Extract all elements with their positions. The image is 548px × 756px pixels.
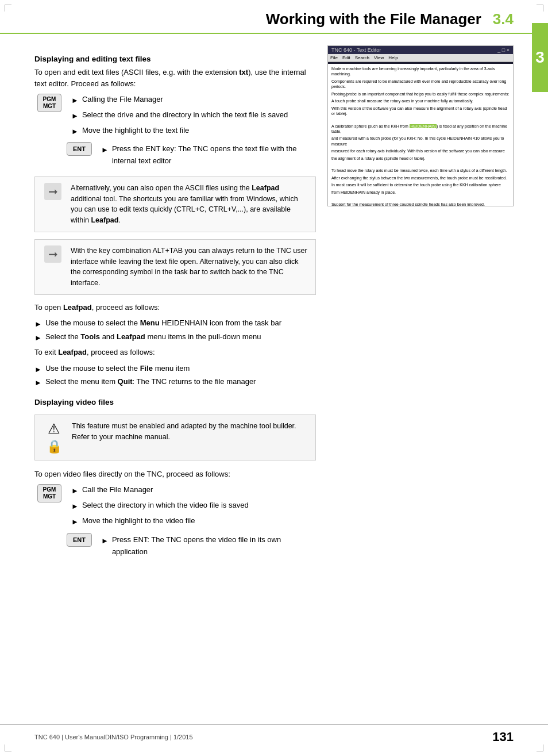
bullet-item: ► Select the Tools and Leafpad menu item… (34, 331, 316, 344)
arrow-icon-2: ➞ (44, 245, 61, 263)
bullet-text: Select the menu item Quit: The TNC retur… (45, 376, 256, 389)
section-heading-displaying-editing: Displaying and editing text files (34, 55, 316, 63)
note-icon-1: ➞ (42, 183, 64, 200)
page-title: Working with the File Manager (266, 10, 481, 28)
warn-line-2: Refer to your machine manual. (72, 432, 296, 443)
video-steps-list-ent: ► Press ENT: The TNC opens the video fil… (101, 533, 316, 561)
video-step-item: ► Select the directory in which the vide… (71, 500, 249, 513)
step-arrow: ► (71, 501, 79, 513)
screenshot-controls: _ □ × (497, 47, 510, 53)
pgm-label: PGM (41, 96, 57, 103)
corner-mark-tr (537, 5, 543, 11)
video-step-text: Call the File Manager (82, 484, 153, 497)
warn-text-content: This feature must be enabled and adapted… (72, 421, 296, 443)
mgt-label: MGT (41, 103, 57, 110)
step-text: Select the drive and the directory in wh… (82, 109, 288, 122)
bullet-arrow: ► (34, 377, 42, 389)
chapter-number: 3 (535, 48, 545, 67)
section-number: 3.4 (493, 10, 514, 28)
video-intro-para: To open video files directly on the TNC,… (34, 469, 316, 480)
right-column: TNC 640 - Text Editor _ □ × File Edit Se… (327, 45, 514, 566)
ent-button-video[interactable]: ENT (67, 533, 92, 547)
bullet-arrow: ► (34, 364, 42, 375)
note-box-alttab: ➞ With the key combination ALT+TAB you c… (34, 239, 316, 295)
note-text-alttab: With the key combination ALT+TAB you can… (71, 245, 308, 289)
screenshot-menu: File Edit Search View Help (328, 54, 513, 62)
section-heading-video: Displaying video files (34, 398, 316, 406)
bullet-item: ► Select the menu item Quit: The TNC ret… (34, 376, 316, 389)
bullet-text: Select the Tools and Leafpad menu items … (45, 331, 261, 344)
note-box-leafpad: ➞ Alternatively, you can also open the A… (34, 176, 316, 232)
steps-list-1: ► Calling the File Manager ► Select the … (71, 94, 288, 140)
leafpad-exit-intro: To exit Leafpad, proceed as follows: (34, 347, 316, 358)
video-step-item: ► Call the File Manager (71, 484, 249, 497)
note-text-leafpad: Alternatively, you can also open the ASC… (71, 183, 308, 226)
button-column-video-ent: ENT (64, 533, 94, 547)
menu-item-help: Help (388, 55, 398, 60)
menu-item-search: Search (355, 55, 369, 60)
steps-group-1: PGM MGT ► Calling the File Manager ► Sel… (34, 94, 316, 140)
page-footer: TNC 640 | User's ManualDIN/ISO Programmi… (0, 724, 548, 745)
steps-group-video: PGM MGT ► Call the File Manager ► Select… (34, 484, 316, 530)
step-arrow: ► (71, 516, 79, 528)
ent-button[interactable]: ENT (67, 142, 92, 156)
warn-icon-top: ⚠ (48, 421, 60, 437)
video-step-text: Move the highlight to the video file (82, 515, 195, 528)
page: 3 Working with the File Manager 3.4 Disp… (0, 0, 548, 756)
video-step-item: ► Move the highlight to the video file (71, 515, 249, 528)
step-arrow: ► (71, 126, 79, 138)
mgt-label-video: MGT (41, 493, 57, 500)
step-item: ► Press the ENT key: The TNC opens the t… (101, 143, 316, 167)
bullet-arrow: ► (34, 318, 42, 330)
warn-icons: ⚠ 🔒 (43, 421, 65, 454)
menu-item-view: View (374, 55, 384, 60)
screenshot-titlebar: TNC 640 - Text Editor _ □ × (328, 46, 513, 54)
step-text: Calling the File Manager (82, 94, 163, 107)
pgm-mgt-button[interactable]: PGM MGT (37, 94, 61, 112)
corner-mark-bl (5, 745, 11, 751)
bullet-item: ► Use the mouse to select the File menu … (34, 363, 316, 375)
main-content: Displaying and editing text files To ope… (0, 45, 548, 589)
menu-item-file: File (330, 55, 338, 60)
step-item: ► Move the highlight to the text file (71, 125, 288, 138)
video-step-item: ► Press ENT: The TNC opens the video fil… (101, 534, 316, 558)
steps-group-video-ent: ENT ► Press ENT: The TNC opens the video… (64, 533, 316, 561)
chapter-tab: 3 (532, 23, 548, 92)
leafpad-exit-steps: ► Use the mouse to select the File menu … (34, 363, 316, 389)
bullet-item: ► Use the mouse to select the Menu HEIDE… (34, 317, 316, 330)
left-column: Displaying and editing text files To ope… (34, 45, 316, 566)
menu-item-edit: Edit (342, 55, 350, 60)
step-item: ► Select the drive and the directory in … (71, 109, 288, 122)
button-column-video: PGM MGT (34, 484, 64, 502)
step-item: ► Calling the File Manager (71, 94, 288, 107)
intro-para: To open and edit text files (ASCII files… (34, 67, 316, 89)
page-header: Working with the File Manager 3.4 (0, 0, 548, 34)
video-step-text: Press ENT: The TNC opens the video file … (112, 534, 316, 558)
warn-icon-bottom: 🔒 (47, 439, 62, 454)
steps-group-ent: ENT ► Press the ENT key: The TNC opens t… (64, 142, 316, 170)
steps-list-ent: ► Press the ENT key: The TNC opens the t… (101, 142, 316, 170)
bullet-text: Use the mouse to select the File menu it… (45, 363, 190, 375)
note-icon-2: ➞ (42, 245, 64, 263)
screenshot-content: Modern machine tools are becoming increa… (328, 64, 513, 206)
step-arrow: ► (71, 485, 79, 497)
screenshot-box: TNC 640 - Text Editor _ □ × File Edit Se… (327, 45, 514, 206)
step-text: Press the ENT key: The TNC opens the tex… (112, 143, 316, 167)
pgm-label-video: PGM (41, 486, 57, 493)
bullet-arrow: ► (34, 332, 42, 344)
warn-line-1: This feature must be enabled and adapted… (72, 421, 296, 432)
corner-mark-br (537, 745, 543, 751)
step-arrow: ► (101, 144, 109, 167)
bullet-text: Use the mouse to select the Menu HEIDENH… (45, 317, 281, 330)
step-text: Move the highlight to the text file (82, 125, 189, 138)
screenshot-title: TNC 640 - Text Editor (331, 47, 381, 53)
leafpad-open-steps: ► Use the mouse to select the Menu HEIDE… (34, 317, 316, 343)
pgm-mgt-button-video[interactable]: PGM MGT (37, 484, 61, 502)
page-number: 131 (492, 730, 514, 745)
leafpad-open-intro: To open Leafpad, proceed as follows: (34, 302, 316, 313)
corner-mark-tl (5, 5, 11, 11)
step-arrow: ► (71, 110, 79, 122)
step-arrow: ► (101, 535, 109, 558)
video-steps-list: ► Call the File Manager ► Select the dir… (71, 484, 249, 530)
arrow-icon-1: ➞ (44, 183, 61, 200)
